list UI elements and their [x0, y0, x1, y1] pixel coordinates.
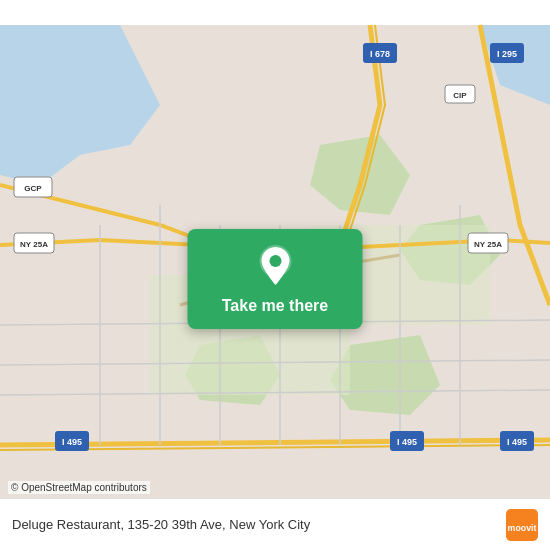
take-me-there-label: Take me there: [222, 297, 328, 315]
svg-text:NY 25A: NY 25A: [474, 240, 502, 249]
moovit-logo: moovit: [506, 509, 538, 541]
svg-text:CIP: CIP: [453, 91, 467, 100]
svg-point-33: [269, 255, 281, 267]
svg-text:moovit: moovit: [508, 523, 537, 533]
svg-text:I 495: I 495: [62, 437, 82, 447]
location-text: Deluge Restaurant, 135-20 39th Ave, New …: [12, 517, 506, 532]
svg-text:I 495: I 495: [397, 437, 417, 447]
moovit-icon: moovit: [506, 509, 538, 541]
take-me-there-button[interactable]: Take me there: [188, 229, 363, 329]
svg-text:I 295: I 295: [497, 49, 517, 59]
bottom-bar: Deluge Restaurant, 135-20 39th Ave, New …: [0, 498, 550, 550]
svg-text:I 678: I 678: [370, 49, 390, 59]
map-attribution: © OpenStreetMap contributors: [8, 481, 150, 494]
svg-text:I 495: I 495: [507, 437, 527, 447]
location-pin-icon: [257, 245, 293, 291]
svg-text:NY 25A: NY 25A: [20, 240, 48, 249]
map-container: I 678 I 295 NY 25A NY 25A GCP CIP I 495 …: [0, 0, 550, 550]
svg-text:GCP: GCP: [24, 184, 42, 193]
